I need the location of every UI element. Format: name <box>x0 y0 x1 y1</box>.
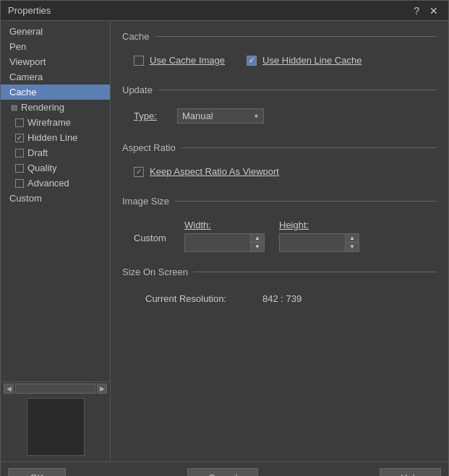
size-on-screen-section-line <box>194 272 437 272</box>
hidden-line-checkbox[interactable] <box>15 134 24 142</box>
sidebar-item-general[interactable]: General <box>1 24 110 39</box>
sidebar-item-pen[interactable]: Pen <box>1 39 110 54</box>
cache-section-header: Cache <box>122 31 437 42</box>
window-body: General Pen Viewport Camera Cache ▤ Rend… <box>1 21 448 462</box>
sidebar-item-camera[interactable]: Camera <box>1 69 110 85</box>
scroll-right-button[interactable]: ▶ <box>97 384 107 394</box>
wireframe-checkbox[interactable] <box>15 118 24 127</box>
sidebar-item-viewport[interactable]: Viewport <box>1 54 110 69</box>
sidebar-item-hidden-line[interactable]: Hidden Line <box>1 130 110 145</box>
footer: OK Cancel Help <box>1 462 448 476</box>
update-section-body: Type: Manual Automatic <box>122 104 437 135</box>
image-size-section-header: Image Size <box>122 196 437 207</box>
width-spinbox-buttons: ▲ ▼ <box>250 234 264 251</box>
sidebar-item-label: Cache <box>9 87 37 98</box>
sidebar-item-draft[interactable]: Draft <box>1 145 110 160</box>
type-dropdown[interactable]: Manual Automatic <box>177 108 264 124</box>
use-hidden-line-cache-checkbox[interactable] <box>247 56 257 66</box>
sidebar-item-label: General <box>9 26 43 37</box>
sidebar-thumbnail <box>27 398 85 456</box>
width-label: Width: <box>184 220 211 230</box>
keep-aspect-ratio-label[interactable]: Keep Aspect Ratio As Viewport <box>150 166 279 177</box>
sidebar-item-label: Draft <box>27 147 48 158</box>
type-field-row: Type: Manual Automatic <box>134 108 425 124</box>
type-label: Type: <box>134 111 170 121</box>
use-hidden-line-cache-label[interactable]: Use Hidden Line Cache <box>262 55 362 66</box>
sidebar-item-label: Advanced <box>27 178 69 189</box>
resolution-row: Current Resolution: 842 : 739 <box>134 290 425 307</box>
use-cache-image-row: Use Cache Image <box>134 55 225 66</box>
height-spinbox-group: Height: ▲ ▼ <box>279 220 359 252</box>
use-cache-image-label[interactable]: Use Cache Image <box>150 55 225 66</box>
image-size-section-title: Image Size <box>122 196 169 207</box>
sidebar-item-label: Camera <box>9 72 43 82</box>
sidebar: General Pen Viewport Camera Cache ▤ Rend… <box>1 21 111 462</box>
title-bar: Properties ? ✕ <box>1 1 448 21</box>
cache-section-body: Use Cache Image Use Hidden Line Cache <box>122 51 437 77</box>
height-spinbox-buttons: ▲ ▼ <box>345 234 359 251</box>
sidebar-item-wireframe[interactable]: Wireframe <box>1 115 110 130</box>
sidebar-scrollbar-row: ◀ ▶ <box>1 381 110 395</box>
help-footer-button[interactable]: Help <box>380 468 441 476</box>
window-title: Properties <box>8 5 51 16</box>
main-content: Cache Use Cache Image Use Hidden Line Ca… <box>111 21 448 462</box>
image-size-section-line <box>175 201 437 202</box>
cache-section-title: Cache <box>122 31 150 42</box>
width-spinbox-group: Width: ▲ ▼ <box>184 220 265 252</box>
advanced-checkbox[interactable] <box>15 179 24 188</box>
sidebar-item-rendering[interactable]: ▤ Rendering <box>1 100 110 115</box>
sidebar-item-label: Wireframe <box>27 117 71 128</box>
width-spinbox: ▲ ▼ <box>184 233 265 252</box>
sidebar-item-label: Custom <box>9 193 42 204</box>
resolution-label: Current Resolution: <box>145 293 226 304</box>
cache-section-line <box>155 36 437 37</box>
scroll-left-button[interactable]: ◀ <box>4 384 14 394</box>
quality-checkbox[interactable] <box>15 164 24 173</box>
size-on-screen-section-body: Current Resolution: 842 : 739 <box>122 286 437 314</box>
height-label: Height: <box>279 220 309 230</box>
aspect-ratio-section-body: Keep Aspect Ratio As Viewport <box>122 162 437 189</box>
keep-aspect-ratio-row: Keep Aspect Ratio As Viewport <box>134 166 425 177</box>
width-increment-button[interactable]: ▲ <box>251 234 264 243</box>
cancel-button[interactable]: Cancel <box>187 468 258 476</box>
draft-checkbox[interactable] <box>15 149 24 157</box>
ok-button[interactable]: OK <box>8 468 66 476</box>
help-rest-label: elp <box>408 472 420 476</box>
size-on-screen-section-title: Size On Screen <box>122 267 188 277</box>
width-decrement-button[interactable]: ▼ <box>251 243 264 251</box>
sidebar-item-cache[interactable]: Cache <box>1 85 110 100</box>
aspect-ratio-section-header: Aspect Ratio <box>122 142 437 153</box>
sidebar-item-label: Pen <box>9 41 26 52</box>
image-size-section-body: Custom Width: ▲ ▼ Height: <box>122 215 437 259</box>
properties-window: Properties ? ✕ General Pen Viewport Came… <box>0 0 449 476</box>
keep-aspect-ratio-checkbox[interactable] <box>134 167 144 177</box>
height-spinbox: ▲ ▼ <box>279 233 359 252</box>
height-decrement-button[interactable]: ▼ <box>346 243 359 251</box>
update-section-title: Update <box>122 85 153 95</box>
close-button[interactable]: ✕ <box>427 6 441 16</box>
height-increment-button[interactable]: ▲ <box>346 234 359 243</box>
help-button[interactable]: ? <box>411 6 422 16</box>
height-input[interactable] <box>280 234 345 251</box>
sidebar-item-custom[interactable]: Custom <box>1 191 110 206</box>
type-dropdown-wrap: Manual Automatic <box>177 108 264 124</box>
width-input[interactable] <box>185 234 250 251</box>
sidebar-item-advanced[interactable]: Advanced <box>1 176 110 191</box>
sidebar-item-label: Viewport <box>9 56 46 67</box>
custom-label: Custom <box>134 220 170 243</box>
sidebar-item-label: Quality <box>27 163 56 173</box>
resolution-value: 842 : 739 <box>262 293 302 304</box>
size-on-screen-section-header: Size On Screen <box>122 267 437 277</box>
use-hidden-line-cache-row: Use Hidden Line Cache <box>247 55 362 66</box>
image-size-row: Custom Width: ▲ ▼ Height: <box>134 220 425 252</box>
sidebar-scroll-area: General Pen Viewport Camera Cache ▤ Rend… <box>1 24 110 381</box>
aspect-ratio-section-title: Aspect Ratio <box>122 142 176 153</box>
update-section-header: Update <box>122 85 437 95</box>
sidebar-item-label: Rendering <box>21 102 64 113</box>
sidebar-item-quality[interactable]: Quality <box>1 160 110 176</box>
tree-expand-icon: ▤ <box>9 103 18 112</box>
use-cache-image-checkbox[interactable] <box>134 56 144 66</box>
help-underline-char: H <box>401 472 407 476</box>
update-section-line <box>158 90 437 90</box>
sidebar-scrollbar-track[interactable] <box>15 384 95 394</box>
